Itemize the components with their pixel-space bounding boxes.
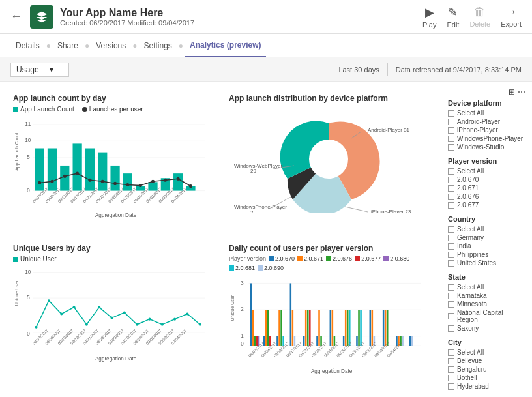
tab-analytics[interactable]: Analytics (preview)	[185, 34, 266, 57]
legend-per-user-color	[82, 107, 87, 112]
pv-2677[interactable]: 2.0.677	[448, 201, 525, 209]
c-philippines[interactable]: Philippines	[448, 251, 525, 258]
grid-icon[interactable]: ⊞	[509, 87, 515, 96]
svg-point-70	[85, 323, 88, 326]
city-section: City Select All Bellevue Bengaluru Bothe…	[448, 338, 525, 390]
city-bengaluru[interactable]: Bengaluru	[448, 366, 525, 373]
s-karnataka[interactable]: Karnataka	[448, 292, 525, 299]
svg-point-77	[173, 318, 176, 321]
s-karnataka-cb[interactable]	[448, 293, 454, 299]
main-content: App launch count by day App Launch Count…	[0, 82, 532, 397]
s-saxony[interactable]: Saxony	[448, 325, 525, 332]
dp-android[interactable]: Android-Player	[448, 118, 525, 125]
pv-select-all-cb[interactable]	[448, 168, 454, 175]
device-platform-section: Device platform Select All Android-Playe…	[448, 99, 525, 151]
legend-launch-count: App Launch Count	[13, 106, 74, 113]
export-label: Export	[501, 20, 522, 28]
pv-2676-cb[interactable]	[448, 194, 454, 200]
launch-count-svg: 11 10 5 0 App Launch Count	[13, 115, 212, 220]
city-bothell[interactable]: Bothell	[448, 374, 525, 381]
dp-select-all-cb[interactable]	[448, 110, 454, 117]
usage-select[interactable]: Usage ▾	[10, 63, 69, 77]
dp-windows-studio[interactable]: Windows-Studio	[448, 143, 525, 151]
app-meta: Created: 06/20/2017 Modified: 09/04/2017	[60, 19, 422, 27]
toolbar-left: Usage ▾	[10, 63, 69, 77]
pv-2671[interactable]: 2.0.671	[448, 184, 525, 192]
city-bellevue-cb[interactable]	[448, 358, 454, 364]
pv-2676[interactable]: 2.0.676	[448, 193, 525, 200]
city-hyderabad[interactable]: Hyderabad	[448, 383, 525, 390]
svg-rect-108	[265, 310, 267, 346]
dp-iphone-cb[interactable]	[448, 127, 454, 134]
c-india-cb[interactable]	[448, 243, 454, 250]
c-philippines-cb[interactable]	[448, 252, 454, 258]
svg-line-52	[345, 207, 368, 212]
svg-rect-135	[370, 310, 372, 346]
tab-versions[interactable]: Versions	[91, 34, 131, 57]
legend-unique-color	[13, 257, 18, 262]
back-button[interactable]: ←	[10, 10, 22, 23]
c-india-label: India	[457, 243, 471, 250]
edit-icon: ✎	[448, 5, 458, 20]
dp-windowsphone-label: WindowsPhone-Player	[457, 135, 523, 142]
svg-rect-146	[411, 336, 413, 346]
city-hyderabad-cb[interactable]	[448, 383, 454, 390]
delete-button[interactable]: 🗑 Delete	[469, 5, 490, 28]
svg-point-28	[113, 182, 117, 185]
charts-area: App launch count by day App Launch Count…	[0, 82, 441, 397]
svg-rect-103	[252, 310, 254, 346]
s-select-all[interactable]: Select All	[448, 284, 525, 291]
s-ncr-cb[interactable]	[448, 313, 454, 319]
pv-2670-label: 2.0.670	[457, 176, 479, 183]
c-us-cb[interactable]	[448, 260, 454, 267]
dp-windowsphone-cb[interactable]	[448, 136, 454, 142]
c-germany-cb[interactable]	[448, 235, 454, 241]
dp-select-all[interactable]: Select All	[448, 110, 525, 117]
svg-point-68	[60, 312, 63, 315]
c-select-all[interactable]: Select All	[448, 226, 525, 233]
edit-button[interactable]: ✎ Edit	[447, 5, 459, 29]
more-icon[interactable]: ⋯	[518, 87, 525, 96]
svg-rect-113	[280, 310, 282, 346]
legend-2676: 2.0.676	[326, 256, 352, 262]
city-bellevue[interactable]: Bellevue	[448, 357, 525, 364]
c-india[interactable]: India	[448, 243, 525, 250]
pv-select-all[interactable]: Select All	[448, 168, 525, 175]
svg-point-67	[48, 299, 50, 302]
dp-windows-studio-cb[interactable]	[448, 144, 454, 151]
nav-tabs: Details ● Share ● Versions ● Settings ● …	[0, 34, 532, 57]
svg-point-66	[35, 326, 38, 329]
player-version-legend: Player version 2.0.670 2.0.671 2.0.676 2…	[229, 256, 428, 271]
svg-point-75	[148, 318, 151, 321]
city-bengaluru-cb[interactable]	[448, 366, 454, 373]
s-ncr-label: National Capital Region	[457, 309, 525, 323]
export-button[interactable]: → Export	[501, 5, 522, 28]
city-select-all[interactable]: Select All	[448, 349, 525, 356]
s-minnesota[interactable]: Minnesota	[448, 301, 525, 308]
pv-2670-cb[interactable]	[448, 177, 454, 183]
s-saxony-cb[interactable]	[448, 325, 454, 332]
tab-settings[interactable]: Settings	[139, 34, 177, 57]
svg-point-30	[139, 184, 142, 187]
pv-2671-cb[interactable]	[448, 185, 454, 192]
pv-2670[interactable]: 2.0.670	[448, 176, 525, 183]
dp-android-cb[interactable]	[448, 119, 454, 125]
c-germany[interactable]: Germany	[448, 234, 525, 241]
svg-text:Windows-WebPlayer: Windows-WebPlayer	[234, 163, 282, 169]
toolbar: Usage ▾ Last 30 days Data refreshed at 9…	[0, 57, 532, 82]
tab-details[interactable]: Details	[10, 34, 45, 57]
s-select-all-cb[interactable]	[448, 284, 454, 291]
city-bothell-cb[interactable]	[448, 375, 454, 381]
unique-users-title: Unique Users by day	[13, 244, 212, 253]
dp-windowsphone[interactable]: WindowsPhone-Player	[448, 135, 525, 142]
tab-share[interactable]: Share	[52, 34, 83, 57]
c-select-all-cb[interactable]	[448, 226, 454, 233]
play-button[interactable]: ▶ Play	[422, 5, 436, 29]
s-minnesota-cb[interactable]	[448, 301, 454, 308]
play-label: Play	[422, 21, 436, 29]
dp-iphone[interactable]: iPhone-Player	[448, 126, 525, 134]
city-select-all-cb[interactable]	[448, 349, 454, 356]
pv-2677-cb[interactable]	[448, 202, 454, 209]
s-ncr[interactable]: National Capital Region	[448, 309, 525, 323]
c-us[interactable]: United States	[448, 259, 525, 267]
